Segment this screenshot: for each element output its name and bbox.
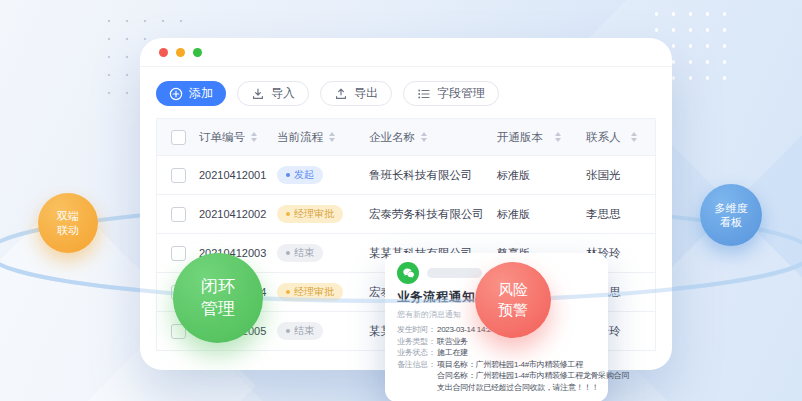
column-header-label: 开通版本 — [497, 130, 543, 145]
window-titlebar — [140, 38, 672, 67]
status-dot-icon — [286, 329, 290, 333]
export-button-label: 导出 — [354, 85, 378, 102]
minimize-window-icon[interactable] — [176, 48, 185, 57]
badge-label: 风险 — [498, 280, 528, 300]
plus-circle-icon — [169, 87, 183, 101]
add-button[interactable]: 添加 — [156, 81, 226, 106]
status-badge: 结束 — [277, 322, 323, 340]
export-button[interactable]: 导出 — [320, 81, 392, 106]
table-row[interactable]: 20210412001 发起 鲁班长科技有限公司 标准版 张国光 — [157, 156, 655, 195]
version-cell: 标准版 — [489, 168, 576, 183]
badge-label: 联动 — [57, 223, 79, 237]
status-badge: 经理审批 — [277, 283, 343, 301]
import-button[interactable]: 导入 — [237, 81, 309, 106]
feature-badge-closed-loop: 闭环 管理 — [173, 253, 263, 343]
badge-label: 预警 — [498, 300, 528, 320]
column-header-version: 开通版本 — [489, 130, 576, 145]
status-badge: 发起 — [277, 166, 323, 184]
export-icon — [334, 87, 348, 101]
checkbox-cell — [157, 168, 191, 183]
status-dot-icon — [286, 212, 290, 216]
badge-label: 双端 — [57, 209, 79, 223]
field-label: 备注信息： — [397, 359, 437, 371]
company-cell: 宏泰劳务科技有限公司 — [359, 207, 489, 222]
list-settings-icon — [417, 87, 431, 101]
field-label: 业务类型： — [397, 336, 437, 348]
flow-status-cell: 结束 — [269, 322, 359, 340]
status-dot-icon — [286, 251, 290, 255]
column-header-company: 企业名称 — [359, 130, 489, 145]
table-row[interactable]: 20210412002 经理审批 宏泰劳务科技有限公司 标准版 李思思 — [157, 195, 655, 234]
import-icon — [251, 87, 265, 101]
badge-label: 多维度 — [715, 201, 748, 215]
row-checkbox[interactable] — [171, 168, 186, 183]
order-number-cell: 20210412002 — [191, 208, 269, 220]
sender-name-placeholder — [427, 268, 482, 278]
sort-icon[interactable] — [631, 132, 637, 142]
sort-icon[interactable] — [555, 132, 561, 142]
field-value: 联营业务 — [437, 336, 468, 348]
flow-status-cell: 经理审批 — [269, 205, 359, 223]
field-value: 施工在建 — [437, 347, 468, 359]
select-all-cell — [157, 130, 191, 145]
field-label: 发生时间： — [397, 324, 437, 336]
column-header-order: 订单编号 — [191, 130, 269, 145]
feature-badge-dashboard: 多维度 看板 — [700, 184, 762, 246]
contact-cell: 张国光 — [576, 168, 655, 183]
field-management-button-label: 字段管理 — [437, 85, 485, 102]
field-management-button[interactable]: 字段管理 — [403, 81, 499, 106]
badge-label: 看板 — [720, 215, 742, 229]
sort-icon[interactable] — [421, 132, 427, 142]
wechat-icon — [397, 262, 419, 284]
field-label: 业务状态： — [397, 347, 437, 359]
company-cell: 鲁班长科技有限公司 — [359, 168, 489, 183]
sort-icon[interactable] — [329, 132, 335, 142]
checkbox-cell — [157, 207, 191, 222]
contact-cell: 李思思 — [576, 207, 655, 222]
field-value: 2023-03-14 14:2 — [437, 324, 491, 336]
sort-icon[interactable] — [251, 132, 257, 142]
column-header-label: 联系人 — [586, 130, 621, 145]
status-dot-icon — [286, 290, 290, 294]
column-header-flow: 当前流程 — [269, 130, 359, 145]
status-dot-icon — [286, 173, 290, 177]
column-header-contact: 联系人 — [576, 130, 655, 145]
row-checkbox[interactable] — [171, 246, 186, 261]
import-button-label: 导入 — [271, 85, 295, 102]
status-badge: 经理审批 — [277, 205, 343, 223]
maximize-window-icon[interactable] — [193, 48, 202, 57]
column-header-label: 订单编号 — [199, 130, 245, 145]
column-header-label: 当前流程 — [277, 130, 323, 145]
close-window-icon[interactable] — [159, 48, 168, 57]
field-value: 合同名称：广州碧桂园1-4#市内精装修工程龙骨采购合同 — [437, 370, 596, 382]
flow-status-cell: 发起 — [269, 166, 359, 184]
flow-status-cell: 结束 — [269, 244, 359, 262]
checkbox-cell — [157, 246, 191, 261]
version-cell: 标准版 — [489, 207, 576, 222]
order-number-cell: 20210412001 — [191, 169, 269, 181]
badge-label: 闭环 — [201, 276, 235, 298]
feature-badge-dual-link: 双端 联动 — [38, 193, 98, 253]
field-value: 项目名称：广州碧桂园1-4#市内精装修工程 — [437, 359, 583, 371]
toolbar: 添加 导入 导出 字段管理 — [140, 67, 672, 118]
status-badge: 结束 — [277, 244, 323, 262]
badge-label: 管理 — [201, 298, 235, 320]
column-header-label: 企业名称 — [369, 130, 415, 145]
row-checkbox[interactable] — [171, 207, 186, 222]
flow-status-cell: 经理审批 — [269, 283, 359, 301]
select-all-checkbox[interactable] — [171, 130, 186, 145]
field-value: 支出合同付款已经超过合同收款，请注意！！！ — [437, 382, 596, 394]
table-header-row: 订单编号 当前流程 企业名称 开通版本 联系人 — [157, 119, 655, 156]
add-button-label: 添加 — [189, 85, 213, 102]
feature-badge-risk-alert: 风险 预警 — [475, 262, 551, 338]
illustration-canvas: 添加 导入 导出 字段管理 — [0, 0, 802, 401]
